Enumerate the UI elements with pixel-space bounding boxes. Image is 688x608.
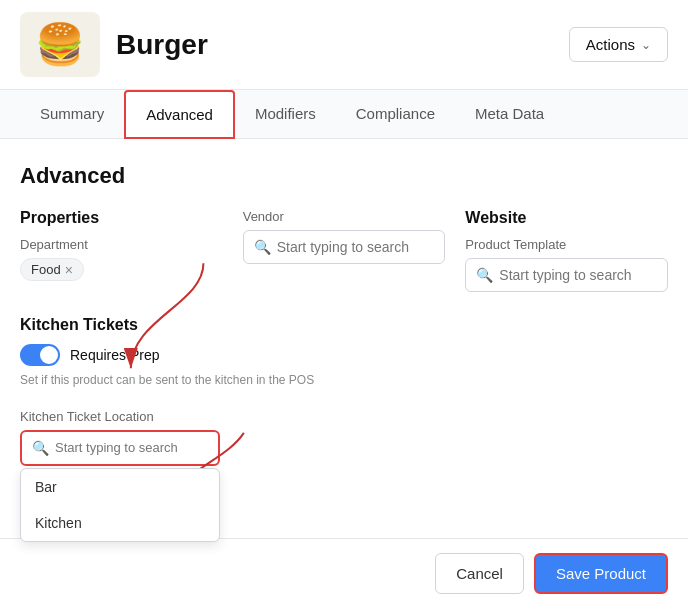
requires-prep-label: Requires Prep	[70, 347, 160, 363]
properties-title: Properties	[20, 209, 223, 227]
kitchen-location-section: Kitchen Ticket Location 🔍 Bar Kitchen	[20, 409, 668, 466]
kitchen-tickets-title: Kitchen Tickets	[20, 316, 668, 334]
tab-metadata[interactable]: Meta Data	[455, 90, 564, 139]
kitchen-tickets-section: Kitchen Tickets Requires Prep Set if thi…	[20, 316, 668, 389]
vendor-search-wrapper[interactable]: 🔍	[243, 230, 446, 264]
product-template-label: Product Template	[465, 237, 668, 252]
vendor-section: Vendor 🔍	[243, 209, 446, 292]
dropdown-item-bar[interactable]: Bar	[21, 469, 219, 505]
department-label: Department	[20, 237, 223, 252]
dropdown-item-kitchen[interactable]: Kitchen	[21, 505, 219, 541]
kitchen-location-dropdown[interactable]: 🔍 Bar Kitchen	[20, 430, 220, 466]
tag-remove-icon[interactable]: ×	[65, 263, 73, 277]
product-title: Burger	[116, 29, 569, 61]
requires-prep-helper: Set if this product can be sent to the k…	[20, 372, 668, 389]
main-content: Advanced Properties Department Food × Ve…	[0, 139, 688, 536]
search-icon: 🔍	[32, 440, 49, 456]
website-section: Website Product Template 🔍	[465, 209, 668, 292]
chevron-down-icon: ⌄	[641, 38, 651, 52]
tab-bar: Summary Advanced Modifiers Compliance Me…	[0, 90, 688, 139]
product-image: 🍔	[20, 12, 100, 77]
save-product-button[interactable]: Save Product	[534, 553, 668, 594]
product-image-placeholder: 🍔	[20, 12, 100, 77]
product-template-search-input[interactable]	[499, 267, 657, 283]
requires-prep-toggle[interactable]	[20, 344, 60, 366]
vendor-label: Vendor	[243, 209, 446, 224]
page-header: 🍔 Burger Actions ⌄	[0, 0, 688, 90]
page-title: Advanced	[20, 163, 668, 189]
tab-compliance[interactable]: Compliance	[336, 90, 455, 139]
kitchen-location-label: Kitchen Ticket Location	[20, 409, 668, 424]
search-icon: 🔍	[254, 239, 271, 255]
kitchen-location-input-wrapper[interactable]: 🔍	[20, 430, 220, 466]
cancel-button[interactable]: Cancel	[435, 553, 524, 594]
kitchen-location-menu: Bar Kitchen	[20, 468, 220, 542]
footer: Cancel Save Product	[0, 538, 688, 608]
tab-advanced[interactable]: Advanced	[124, 90, 235, 139]
kitchen-location-input[interactable]	[55, 440, 208, 455]
requires-prep-row: Requires Prep	[20, 344, 668, 366]
properties-section: Properties Department Food ×	[20, 209, 223, 292]
actions-button[interactable]: Actions ⌄	[569, 27, 668, 62]
website-title: Website	[465, 209, 668, 227]
tab-summary[interactable]: Summary	[20, 90, 124, 139]
department-tag: Food ×	[20, 258, 84, 281]
vendor-search-input[interactable]	[277, 239, 435, 255]
product-template-search-wrapper[interactable]: 🔍	[465, 258, 668, 292]
search-icon: 🔍	[476, 267, 493, 283]
actions-label: Actions	[586, 36, 635, 53]
tag-value: Food	[31, 262, 61, 277]
tab-modifiers[interactable]: Modifiers	[235, 90, 336, 139]
